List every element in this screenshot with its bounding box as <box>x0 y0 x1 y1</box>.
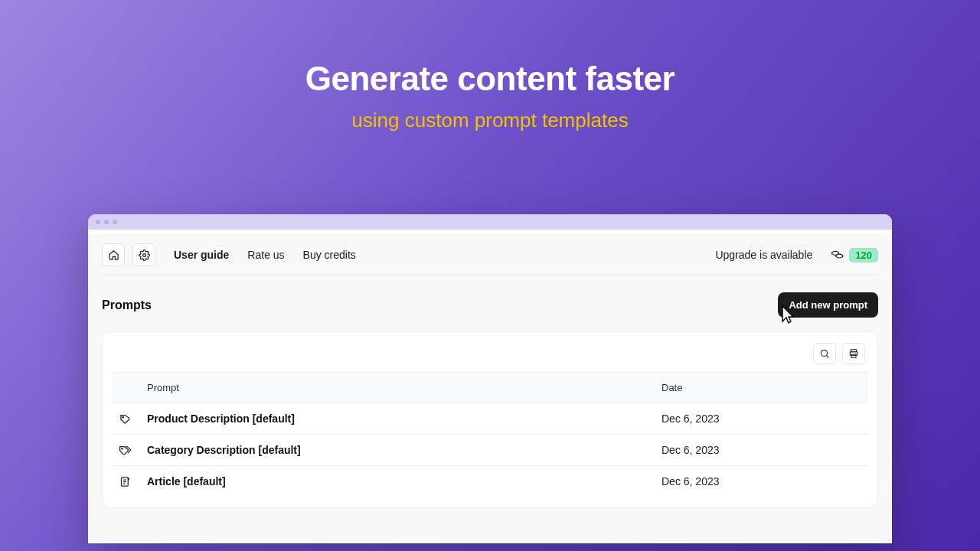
svg-point-0 <box>142 253 145 256</box>
col-header-prompt[interactable]: Prompt <box>139 373 654 403</box>
prompt-name: Article [default] <box>139 466 654 497</box>
gear-icon <box>139 249 150 261</box>
svg-point-4 <box>837 255 843 258</box>
hero-title: Generate content faster <box>0 60 980 98</box>
upgrade-link[interactable]: Upgrade is available <box>715 249 812 261</box>
prompt-name: Category Description [default] <box>139 435 654 466</box>
window-dot <box>104 220 109 224</box>
search-button[interactable] <box>813 343 836 364</box>
svg-point-11 <box>122 448 122 448</box>
credits-display: 120 <box>831 248 878 262</box>
home-button[interactable] <box>102 243 125 266</box>
settings-button[interactable] <box>132 243 155 266</box>
prompt-name: Product Description [default] <box>139 403 654 435</box>
hero: Generate content faster using custom pro… <box>0 0 980 132</box>
top-nav: User guide Rate us Buy credits Upgrade i… <box>102 234 878 276</box>
prompts-card: Prompt Date Product Description [default… <box>102 331 878 508</box>
prompt-date: Dec 6, 2023 <box>654 466 868 497</box>
cursor-icon <box>778 305 796 326</box>
nav-user-guide[interactable]: User guide <box>174 249 229 261</box>
window-dot <box>113 220 117 224</box>
svg-point-10 <box>122 416 124 418</box>
table-row[interactable]: Category Description [default]Dec 6, 202… <box>112 435 868 466</box>
table-row[interactable]: Article [default]Dec 6, 2023 <box>112 466 868 497</box>
svg-point-5 <box>821 350 827 356</box>
app-window: User guide Rate us Buy credits Upgrade i… <box>88 214 892 543</box>
search-icon <box>819 348 830 359</box>
hero-subtitle: using custom prompt templates <box>0 109 980 132</box>
tag-icon <box>119 413 132 425</box>
prompt-date: Dec 6, 2023 <box>654 435 868 466</box>
table-row[interactable]: Product Description [default]Dec 6, 2023 <box>112 403 868 435</box>
prompt-date: Dec 6, 2023 <box>654 403 868 435</box>
nav-rate-us[interactable]: Rate us <box>247 249 284 261</box>
print-icon <box>848 348 859 359</box>
svg-line-6 <box>827 356 829 358</box>
article-icon <box>119 476 132 487</box>
col-header-date[interactable]: Date <box>654 373 868 403</box>
window-titlebar <box>88 214 892 230</box>
credits-badge: 120 <box>849 248 878 262</box>
page-title: Prompts <box>102 298 152 312</box>
home-icon <box>108 249 119 261</box>
coins-icon <box>831 249 844 260</box>
prompts-table: Prompt Date Product Description [default… <box>112 372 868 497</box>
window-dot <box>96 220 100 224</box>
print-button[interactable] <box>842 343 865 364</box>
tags-icon <box>119 445 132 456</box>
nav-buy-credits[interactable]: Buy credits <box>303 249 356 261</box>
